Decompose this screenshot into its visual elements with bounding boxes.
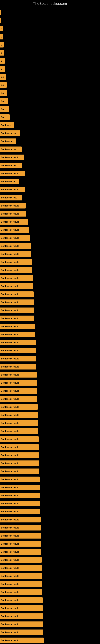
bar-row: Bott xyxy=(0,105,100,113)
bar-item: Bottleneck result xyxy=(0,187,25,192)
bar-item: Bo xyxy=(0,74,6,80)
bar-item: Bottleneck result xyxy=(0,420,38,426)
bar-row: Bottleneck result xyxy=(0,508,100,516)
bar-row: Bo xyxy=(0,89,100,97)
bar-row: Bott xyxy=(0,113,100,121)
bar-row: Bottleneck result xyxy=(0,234,100,242)
bar-item: Bo xyxy=(0,90,7,96)
bar-item: Bottleneck result xyxy=(0,412,38,418)
bar-row: B xyxy=(0,57,100,64)
bar-item: Bottleneck resu xyxy=(0,146,22,152)
bar-row: Bottleneck result xyxy=(0,371,100,378)
bar-row: Bottleneck result xyxy=(0,274,100,282)
bar-row: Bottleneck result xyxy=(0,202,100,210)
bar-row xyxy=(0,17,100,24)
bar-item: Bottleneck result xyxy=(0,509,40,514)
bar-row: Bottleneck result xyxy=(0,476,100,483)
bar-row: Bottlenec xyxy=(0,121,100,129)
bar-row: Bottleneck result xyxy=(0,419,100,427)
bar-item: Bottleneck result xyxy=(0,557,42,563)
bar-row: Bottleneck result xyxy=(0,443,100,451)
bar-row: Bottleneck result xyxy=(0,548,100,556)
bar-row: Bottleneck result xyxy=(0,266,100,274)
bar-label: Bottleneck result xyxy=(1,341,19,344)
bar-row: Bottleneck result xyxy=(0,322,100,330)
bar-item: Bott xyxy=(0,106,9,112)
bar-item: Bottleneck result xyxy=(0,308,34,313)
bar-item: Bottlenec xyxy=(0,122,14,128)
bar-row: Bottleneck result xyxy=(0,154,100,161)
bar-item: Bottleneck result xyxy=(0,614,43,619)
bar-label: Bottleneck result xyxy=(1,172,19,175)
bar-item: Bottleneck result xyxy=(0,501,40,506)
bar-row: Bottleneck result xyxy=(0,186,100,194)
bar-label: E xyxy=(1,44,2,46)
bar-label: Bottleneck result xyxy=(1,220,19,223)
bar-label: Bo xyxy=(1,76,4,78)
bar-label: Bottleneck result xyxy=(1,534,19,537)
bar-row: Bottleneck result xyxy=(0,226,100,234)
bar-row: Bottleneck result xyxy=(0,170,100,177)
bar-row: Bottleneck result xyxy=(0,339,100,346)
bar-label: Bottleneck result xyxy=(1,301,19,304)
bar-label: Bottleneck result xyxy=(1,623,19,626)
bar-row: Bottleneck resu xyxy=(0,162,100,169)
bar-label: B xyxy=(1,52,2,54)
bar-label: Bottleneck result xyxy=(1,333,19,336)
bar-item: Bottleneck result xyxy=(0,356,36,362)
bar-label: Bottleneck result xyxy=(1,156,19,158)
bar-label: Bottleneck result xyxy=(1,261,19,263)
bar-label: B xyxy=(1,68,2,70)
bar-label: Bottleneck result xyxy=(1,559,19,561)
bar-item: Bottleneck result xyxy=(0,533,41,538)
bar-item: Bottleneck result xyxy=(0,227,29,233)
bar-label: Bottleneck resu xyxy=(1,148,17,150)
bar-label: Bottleneck result xyxy=(1,446,19,448)
bar-label: Bottleneck result xyxy=(1,228,19,231)
bar-row: Bottleneck result xyxy=(0,387,100,395)
bar-item: Bottleneck result xyxy=(0,348,36,354)
bar-label: Bottleneck result xyxy=(1,366,19,368)
bar-row: Bottleneck result xyxy=(0,298,100,306)
bar-row: Bottleneck result xyxy=(0,290,100,298)
bar-row: Bottleneck result xyxy=(0,379,100,386)
bar-item: Bottleneck result xyxy=(0,597,43,603)
bar-row: B xyxy=(0,65,100,73)
bar-label: Bott xyxy=(1,100,5,102)
bar-label: Bottleneck result xyxy=(1,406,19,408)
bar-item: B xyxy=(0,58,5,64)
bar-row: Bottleneck result xyxy=(0,460,100,467)
bar-item: B xyxy=(0,66,5,72)
bar-label: Bottleneck result xyxy=(1,607,19,610)
bar-item: Bottleneck result xyxy=(0,171,25,176)
bar-label: Bottleneck result xyxy=(1,550,19,553)
bar-row: Bottleneck result xyxy=(0,363,100,370)
bar-item: Bottleneck result xyxy=(0,243,31,249)
bar-label: Bottleneck result xyxy=(1,422,19,424)
bar-row: Bottleneck result xyxy=(0,532,100,540)
bar-label: Bottleneck resu xyxy=(1,196,17,199)
bar-label: Bottleneck result xyxy=(1,631,19,634)
bar-row: E xyxy=(0,25,100,32)
bar-item: Bottleneck result xyxy=(0,154,24,160)
bar-row: E xyxy=(0,41,100,48)
bar-item: Bottleneck re xyxy=(0,179,19,184)
bar-label: Bottleneck result xyxy=(1,358,19,360)
bar-label: Bottleneck result xyxy=(1,269,19,271)
bar-label: Bottleneck result xyxy=(1,526,19,529)
bar-row: Bottleneck result xyxy=(0,403,100,411)
bar-item: Bottleneck result xyxy=(0,549,41,555)
bar-item: Bottleneck result xyxy=(0,404,38,410)
bar-row: Bottleneck result xyxy=(0,435,100,443)
bar-label: Bottleneck xyxy=(1,140,12,142)
bar-row: Bottleneck result xyxy=(0,524,100,532)
bar-item: E xyxy=(0,34,3,40)
bars-container: EEEBBBBoBoBoBottBottBottBottlenecBottlen… xyxy=(0,7,100,644)
bar-item: Bottleneck result xyxy=(0,460,39,466)
bar-row: Bottleneck result xyxy=(0,355,100,362)
bar-row: Bottleneck result xyxy=(0,347,100,354)
bar-item: Bottleneck result xyxy=(0,372,37,378)
bar-label: Bo xyxy=(1,84,4,86)
bar-label: Bottleneck result xyxy=(1,212,19,215)
bar-label: Bottleneck result xyxy=(1,462,19,464)
